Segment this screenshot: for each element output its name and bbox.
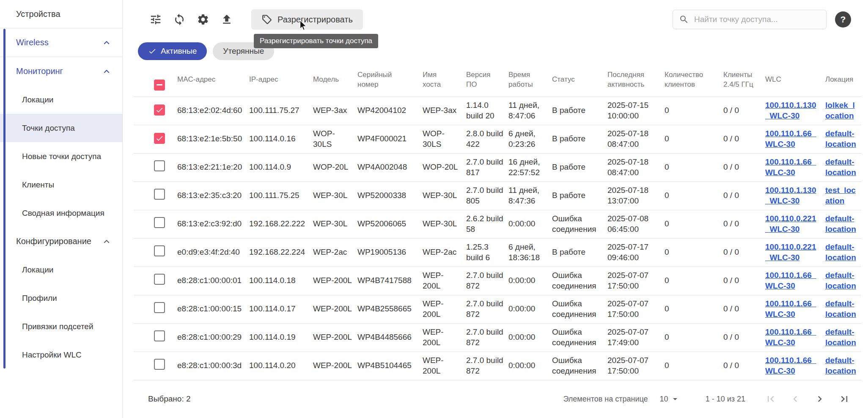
sidebar-item-clients[interactable]: Клиенты [0,170,122,199]
row-checkbox[interactable] [154,217,165,228]
sidebar-item-monitoring[interactable]: Мониторинг [0,57,122,85]
sidebar-item-wireless[interactable]: Wireless [0,28,122,57]
tune-icon [149,13,162,26]
cell-uptime: 11 дней, 8:47:36 [508,182,552,210]
location-link[interactable]: default-location [825,157,856,176]
sidebar-item-label: Конфигурирование [16,236,91,246]
wlc-link[interactable]: 100.110.1.66_WLC-30 [765,157,816,176]
wlc-link[interactable]: 100.110.1.66_WLC-30 [765,271,816,290]
row-checkbox[interactable] [154,330,165,341]
cell-hostname: WEP-3ax [423,96,466,125]
location-link[interactable]: default-location [825,327,856,346]
cell-model: WEP-2ac [313,238,357,267]
sidebar-item-label: Сводная информация [22,209,104,218]
sidebar-item-profiles[interactable]: Профили [0,284,122,312]
tab-active[interactable]: Активные [138,42,207,60]
cell-model: WOP-20L [313,153,357,182]
cell-last_activity: 2025-07-17 09:46:00 [607,238,665,267]
location-link[interactable]: default-location [825,356,856,375]
cell-uptime: 0:00:00 [508,295,552,323]
select-all-checkbox[interactable] [154,80,165,91]
row-checkbox[interactable] [154,274,165,285]
sidebar-item-config-locations[interactable]: Локации [0,256,122,284]
table-row: e8:28:c1:00:00:01100.114.0.18WEP-200LWP4… [134,267,861,295]
wlc-link[interactable]: 100.110.1.66_WLC-30 [765,129,816,148]
sidebar-item-new-access-points[interactable]: Новые точки доступа [0,142,122,170]
row-checkbox[interactable] [154,160,165,171]
sidebar-item-label: Локации [22,265,53,275]
wlc-link[interactable]: 100.110.1.130_WLC-30 [765,186,816,205]
upload-button[interactable] [217,10,236,29]
location-link[interactable]: default-location [825,242,856,261]
location-link[interactable]: test_location [825,186,856,205]
location-link[interactable]: default-location [825,214,856,233]
cell-hostname: WEP-2ac [423,238,466,267]
cell-uptime: 0:00:00 [508,323,552,352]
cell-hostname: WEP-200L [423,267,466,295]
sidebar-item-devices[interactable]: Устройства [0,0,122,28]
wlc-link[interactable]: 100.110.1.130_WLC-30 [765,101,816,120]
cell-firmware: 1.25.3 build 6 [466,238,508,267]
wlc-link[interactable]: 100.110.1.66_WLC-30 [765,299,816,318]
wlc-link[interactable]: 100.110.0.221_WLC-30 [765,242,816,261]
search-input[interactable] [694,15,820,24]
cell-serial: WP4F000021 [357,125,423,153]
row-checkbox[interactable] [154,359,165,370]
location-link[interactable]: default-location [825,129,856,148]
sidebar-item-wlc-settings[interactable]: Настройки WLC [0,341,122,369]
sidebar-item-label: Новые точки доступа [22,152,101,161]
sidebar-item-label: Wireless [16,38,49,47]
row-checkbox[interactable] [154,189,165,200]
first-page-button[interactable] [762,390,779,407]
table-row: 68:13:e2:35:c3:20100.111.75.25WEP-30LWP5… [134,182,861,210]
cell-hostname: WOP-20L [423,153,466,182]
sidebar-item-summary[interactable]: Сводная информация [0,199,122,227]
cell-mac: e8:28:c1:00:00:01 [177,267,249,295]
page-range: 1 - 10 из 21 [706,395,745,404]
first-page-icon [765,393,777,405]
sidebar-active-indicator [3,29,5,368]
cell-hostname: WEP-30L [423,210,466,238]
table-row: e8:28:c1:00:00:29100.114.0.19WEP-200LWP4… [134,323,861,352]
sidebar-item-configuration[interactable]: Конфигурирование [0,227,122,256]
table-body: 68:13:e2:02:4d:60100.111.75.27WEP-3axWP4… [134,96,861,380]
cell-last_activity: 2025-07-07 17:49:00 [607,323,665,352]
settings-button[interactable] [194,10,212,29]
previous-page-button[interactable] [787,390,804,407]
table-row: 68:13:e2:1e:5b:50100.114.0.16WOP-30LSWP4… [134,125,861,153]
column-header: Статус [552,63,607,96]
cell-clients_count: 0 [665,96,723,125]
cell-ip: 100.114.0.16 [249,125,313,153]
cell-firmware: 2.7.0 build 872 [466,323,508,352]
row-checkbox[interactable] [154,104,165,116]
last-page-button[interactable] [836,390,853,407]
sidebar-item-monitoring-locations[interactable]: Локации [0,85,122,114]
wlc-link[interactable]: 100.110.0.221_WLC-30 [765,214,816,233]
row-checkbox[interactable] [154,245,165,256]
next-page-button[interactable] [811,390,828,407]
sidebar-item-label: Привязки подсетей [22,322,93,331]
row-checkbox[interactable] [154,302,165,313]
filter-button[interactable] [146,10,165,29]
cell-ip: 100.114.0.17 [249,295,313,323]
refresh-button[interactable] [170,10,189,29]
wlc-link[interactable]: 100.110.1.66_WLC-30 [765,327,816,346]
column-header: Время работы [508,63,552,96]
main-content: Разрегистрировать ? Разрегистрировать то… [123,0,868,418]
cell-clients_bands: 0 / 0 [723,267,765,295]
cell-model: WEP-200L [313,295,357,323]
cell-firmware: 2.8.0 build 422 [466,125,508,153]
help-button[interactable]: ? [835,11,851,28]
sidebar-item-access-points[interactable]: Точки доступа [0,114,122,142]
cell-firmware: 2.7.0 build 805 [466,182,508,210]
cell-firmware: 2.7.0 build 872 [466,295,508,323]
row-checkbox[interactable] [154,133,165,144]
table-row: e8:28:c1:00:00:3d100.114.0.20WEP-200LWP4… [134,352,861,380]
per-page-select[interactable]: 10 [660,394,680,404]
wlc-link[interactable]: 100.110.1.66_WLC-30 [765,356,816,375]
location-link[interactable]: default-location [825,271,856,290]
location-link[interactable]: default-location [825,299,856,318]
location-link[interactable]: lolkek_location [825,101,855,120]
cell-status: В работе [552,238,607,267]
sidebar-item-subnet-bindings[interactable]: Привязки подсетей [0,312,122,341]
